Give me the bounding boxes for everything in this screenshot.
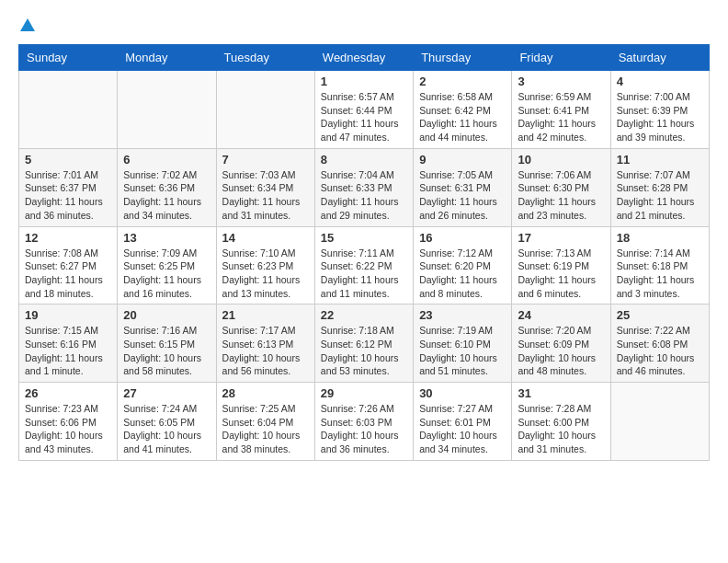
day-info: Sunrise: 7:06 AM Sunset: 6:30 PM Dayligh…	[518, 168, 604, 223]
calendar-cell: 4Sunrise: 7:00 AM Sunset: 6:39 PM Daylig…	[610, 71, 709, 149]
day-number: 18	[617, 231, 703, 245]
day-number: 9	[419, 153, 506, 167]
day-number: 17	[518, 231, 604, 245]
col-header-saturday: Saturday	[610, 45, 709, 71]
day-number: 21	[222, 308, 309, 322]
logo-bird-icon	[20, 18, 35, 31]
day-number: 25	[617, 308, 703, 322]
calendar-cell: 15Sunrise: 7:11 AM Sunset: 6:22 PM Dayli…	[314, 226, 413, 304]
day-number: 29	[321, 386, 407, 400]
day-info: Sunrise: 7:07 AM Sunset: 6:28 PM Dayligh…	[617, 168, 703, 223]
day-number: 15	[321, 231, 407, 245]
day-number: 22	[321, 308, 407, 322]
day-info: Sunrise: 7:22 AM Sunset: 6:08 PM Dayligh…	[617, 324, 703, 378]
day-info: Sunrise: 7:24 AM Sunset: 6:05 PM Dayligh…	[123, 402, 210, 456]
calendar-cell: 25Sunrise: 7:22 AM Sunset: 6:08 PM Dayli…	[610, 304, 709, 383]
calendar-cell: 28Sunrise: 7:25 AM Sunset: 6:04 PM Dayli…	[216, 383, 314, 461]
day-info: Sunrise: 7:14 AM Sunset: 6:18 PM Dayligh…	[617, 247, 703, 301]
day-info: Sunrise: 7:08 AM Sunset: 6:27 PM Dayligh…	[25, 247, 111, 301]
calendar-cell: 14Sunrise: 7:10 AM Sunset: 6:23 PM Dayli…	[216, 226, 314, 304]
calendar-cell: 11Sunrise: 7:07 AM Sunset: 6:28 PM Dayli…	[610, 148, 709, 226]
day-info: Sunrise: 7:17 AM Sunset: 6:13 PM Dayligh…	[222, 324, 309, 378]
day-number: 30	[419, 386, 506, 400]
day-info: Sunrise: 7:13 AM Sunset: 6:19 PM Dayligh…	[518, 247, 604, 301]
day-info: Sunrise: 7:01 AM Sunset: 6:37 PM Dayligh…	[25, 168, 111, 223]
day-info: Sunrise: 7:16 AM Sunset: 6:15 PM Dayligh…	[123, 324, 210, 378]
calendar-cell: 30Sunrise: 7:27 AM Sunset: 6:01 PM Dayli…	[414, 383, 512, 461]
calendar-cell: 16Sunrise: 7:12 AM Sunset: 6:20 PM Dayli…	[414, 226, 512, 304]
day-number: 4	[617, 75, 703, 88]
calendar-cell	[610, 383, 709, 461]
day-number: 3	[518, 75, 604, 88]
calendar-header-row: SundayMondayTuesdayWednesdayThursdayFrid…	[19, 45, 710, 71]
day-info: Sunrise: 7:04 AM Sunset: 6:33 PM Dayligh…	[321, 168, 407, 223]
calendar-cell	[216, 71, 314, 149]
calendar-week-3: 12Sunrise: 7:08 AM Sunset: 6:27 PM Dayli…	[19, 226, 710, 304]
calendar-cell: 2Sunrise: 6:58 AM Sunset: 6:42 PM Daylig…	[414, 71, 512, 149]
day-number: 20	[123, 308, 210, 322]
calendar-table: SundayMondayTuesdayWednesdayThursdayFrid…	[18, 44, 710, 461]
day-info: Sunrise: 6:57 AM Sunset: 6:44 PM Dayligh…	[321, 90, 407, 144]
calendar-cell	[118, 71, 216, 149]
day-info: Sunrise: 7:20 AM Sunset: 6:09 PM Dayligh…	[518, 324, 604, 378]
col-header-monday: Monday	[118, 45, 216, 71]
calendar-cell: 10Sunrise: 7:06 AM Sunset: 6:30 PM Dayli…	[512, 148, 610, 226]
day-info: Sunrise: 7:12 AM Sunset: 6:20 PM Dayligh…	[419, 247, 506, 301]
col-header-sunday: Sunday	[19, 45, 118, 71]
logo	[18, 18, 35, 35]
calendar-cell: 24Sunrise: 7:20 AM Sunset: 6:09 PM Dayli…	[512, 304, 610, 383]
day-info: Sunrise: 7:02 AM Sunset: 6:36 PM Dayligh…	[123, 168, 210, 223]
day-info: Sunrise: 7:27 AM Sunset: 6:01 PM Dayligh…	[419, 402, 506, 456]
day-info: Sunrise: 7:10 AM Sunset: 6:23 PM Dayligh…	[222, 247, 309, 301]
calendar-cell: 13Sunrise: 7:09 AM Sunset: 6:25 PM Dayli…	[118, 226, 216, 304]
day-info: Sunrise: 6:58 AM Sunset: 6:42 PM Dayligh…	[419, 90, 506, 144]
day-number: 28	[222, 386, 309, 400]
calendar-body: 1Sunrise: 6:57 AM Sunset: 6:44 PM Daylig…	[19, 71, 710, 461]
calendar-week-1: 1Sunrise: 6:57 AM Sunset: 6:44 PM Daylig…	[19, 71, 710, 149]
day-info: Sunrise: 7:25 AM Sunset: 6:04 PM Dayligh…	[222, 402, 309, 456]
col-header-tuesday: Tuesday	[216, 45, 314, 71]
day-info: Sunrise: 7:09 AM Sunset: 6:25 PM Dayligh…	[123, 247, 210, 301]
day-number: 26	[25, 386, 111, 400]
day-number: 1	[321, 75, 407, 88]
day-info: Sunrise: 7:11 AM Sunset: 6:22 PM Dayligh…	[321, 247, 407, 301]
calendar-cell: 18Sunrise: 7:14 AM Sunset: 6:18 PM Dayli…	[610, 226, 709, 304]
calendar-week-4: 19Sunrise: 7:15 AM Sunset: 6:16 PM Dayli…	[19, 304, 710, 383]
day-number: 24	[518, 308, 604, 322]
day-number: 10	[518, 153, 604, 167]
day-number: 31	[518, 386, 604, 400]
calendar-cell: 26Sunrise: 7:23 AM Sunset: 6:06 PM Dayli…	[19, 383, 118, 461]
day-number: 13	[123, 231, 210, 245]
calendar-cell: 8Sunrise: 7:04 AM Sunset: 6:33 PM Daylig…	[314, 148, 413, 226]
calendar-cell: 7Sunrise: 7:03 AM Sunset: 6:34 PM Daylig…	[216, 148, 314, 226]
day-number: 19	[25, 308, 111, 322]
col-header-thursday: Thursday	[414, 45, 512, 71]
svg-marker-0	[20, 18, 35, 31]
calendar-cell: 21Sunrise: 7:17 AM Sunset: 6:13 PM Dayli…	[216, 304, 314, 383]
day-number: 23	[419, 308, 506, 322]
day-info: Sunrise: 7:28 AM Sunset: 6:00 PM Dayligh…	[518, 402, 604, 456]
calendar-cell	[19, 71, 118, 149]
calendar-cell: 31Sunrise: 7:28 AM Sunset: 6:00 PM Dayli…	[512, 383, 610, 461]
day-number: 8	[321, 153, 407, 167]
day-number: 14	[222, 231, 309, 245]
calendar-cell: 5Sunrise: 7:01 AM Sunset: 6:37 PM Daylig…	[19, 148, 118, 226]
calendar-cell: 20Sunrise: 7:16 AM Sunset: 6:15 PM Dayli…	[118, 304, 216, 383]
day-number: 2	[419, 75, 506, 88]
calendar-cell: 6Sunrise: 7:02 AM Sunset: 6:36 PM Daylig…	[118, 148, 216, 226]
calendar-cell: 17Sunrise: 7:13 AM Sunset: 6:19 PM Dayli…	[512, 226, 610, 304]
page-header	[18, 18, 710, 35]
day-info: Sunrise: 6:59 AM Sunset: 6:41 PM Dayligh…	[518, 90, 604, 144]
day-number: 12	[25, 231, 111, 245]
day-number: 27	[123, 386, 210, 400]
calendar-cell: 29Sunrise: 7:26 AM Sunset: 6:03 PM Dayli…	[314, 383, 413, 461]
col-header-friday: Friday	[512, 45, 610, 71]
calendar-week-2: 5Sunrise: 7:01 AM Sunset: 6:37 PM Daylig…	[19, 148, 710, 226]
day-number: 6	[123, 153, 210, 167]
calendar-week-5: 26Sunrise: 7:23 AM Sunset: 6:06 PM Dayli…	[19, 383, 710, 461]
day-info: Sunrise: 7:05 AM Sunset: 6:31 PM Dayligh…	[419, 168, 506, 223]
calendar-cell: 19Sunrise: 7:15 AM Sunset: 6:16 PM Dayli…	[19, 304, 118, 383]
col-header-wednesday: Wednesday	[314, 45, 413, 71]
day-number: 7	[222, 153, 309, 167]
calendar-cell: 22Sunrise: 7:18 AM Sunset: 6:12 PM Dayli…	[314, 304, 413, 383]
